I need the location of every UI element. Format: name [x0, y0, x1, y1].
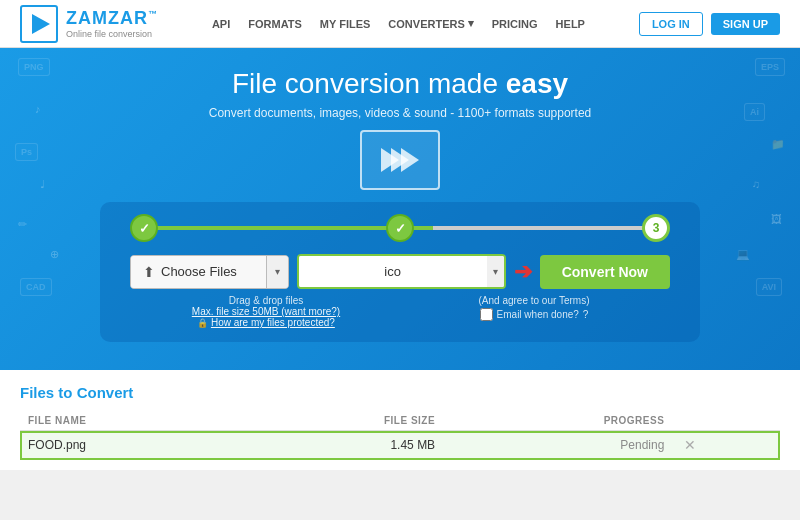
format-dropdown[interactable]: ▾ [487, 256, 504, 287]
logo-triangle-icon [32, 14, 50, 34]
file-size: 1.45 MB [242, 431, 443, 460]
upload-icon: ⬆ [143, 264, 155, 280]
sub-info: Drag & drop files Max. file size 50MB (w… [130, 295, 670, 328]
file-name: FOOD.png [20, 431, 242, 460]
choose-files-dropdown[interactable]: ▾ [267, 256, 288, 288]
hero-subtitle: Convert documents, images, videos & soun… [0, 106, 800, 120]
header: ZAMZAR™ Online file conversion API FORMA… [0, 0, 800, 48]
left-info: Drag & drop files Max. file size 50MB (w… [132, 295, 400, 328]
logo-text: ZAMZAR™ Online file conversion [66, 8, 158, 39]
hero-title: File conversion made easy [0, 68, 800, 100]
login-button[interactable]: LOG IN [639, 12, 703, 36]
nav-formats[interactable]: FORMATS [248, 18, 302, 30]
files-section: Files to Convert FILE NAME FILE SIZE PRO… [0, 370, 800, 470]
lock-icon: 🔒 [197, 318, 208, 328]
nav-converters[interactable]: CONVERTERS ▾ [388, 17, 473, 30]
signup-button[interactable]: SIGN UP [711, 13, 780, 35]
col-filename: FILE NAME [20, 411, 242, 431]
table-row: FOOD.png 1.45 MB Pending ✕ [20, 431, 780, 460]
files-table: FILE NAME FILE SIZE PROGRESS FOOD.png 1.… [20, 411, 780, 460]
hero-video-icon [0, 130, 800, 190]
nav-auth: LOG IN SIGN UP [639, 12, 780, 36]
file-progress: Pending [443, 431, 672, 460]
step-bar-wrap: ✓ ✓ 3 ⬆ Choose Files ▾ [0, 202, 800, 342]
format-input[interactable] [299, 256, 487, 287]
email-checkbox[interactable] [480, 308, 493, 321]
choose-files-wrapper: ⬆ Choose Files ▾ [130, 255, 289, 289]
format-select-wrapper: ▾ [297, 254, 506, 289]
hero-section: PNG ♪ Ps ♩ ✏ ⊕ CAD EPS Ai 📁 ♫ 🖼 💻 AVI Fi… [0, 48, 800, 370]
logo-area: ZAMZAR™ Online file conversion [20, 5, 158, 43]
right-info: (And agree to our Terms) Email when done… [400, 295, 668, 321]
step-bar: ✓ ✓ 3 ⬆ Choose Files ▾ [100, 202, 700, 342]
logo-icon [20, 5, 58, 43]
play-arrows-icon [385, 152, 415, 168]
nav-pricing[interactable]: PRICING [492, 18, 538, 30]
step-1: ✓ [130, 214, 158, 242]
file-remove[interactable]: ✕ [672, 431, 780, 460]
nav-links: API FORMATS MY FILES CONVERTERS ▾ PRICIN… [212, 17, 585, 30]
brand-tagline: Online file conversion [66, 29, 158, 39]
files-title: Files to Convert [20, 384, 780, 401]
choose-files-button[interactable]: ⬆ Choose Files [131, 256, 266, 288]
step-2: ✓ [386, 214, 414, 242]
convert-arrow-icon: ➔ [514, 259, 532, 285]
col-filesize: FILE SIZE [242, 411, 443, 431]
col-actions [672, 411, 780, 431]
email-check: Email when done? ? [400, 308, 668, 321]
convert-controls: ⬆ Choose Files ▾ ▾ ➔ Convert Now [130, 254, 670, 289]
nav-api[interactable]: API [212, 18, 230, 30]
remove-file-button[interactable]: ✕ [680, 437, 700, 453]
brand-name: ZAMZAR™ [66, 8, 158, 29]
col-progress: PROGRESS [443, 411, 672, 431]
step-3: 3 [642, 214, 670, 242]
convert-now-button[interactable]: Convert Now [540, 255, 670, 289]
nav-my-files[interactable]: MY FILES [320, 18, 371, 30]
nav-help[interactable]: HELP [556, 18, 585, 30]
video-play-box [360, 130, 440, 190]
steps-track: ✓ ✓ 3 [130, 214, 670, 242]
